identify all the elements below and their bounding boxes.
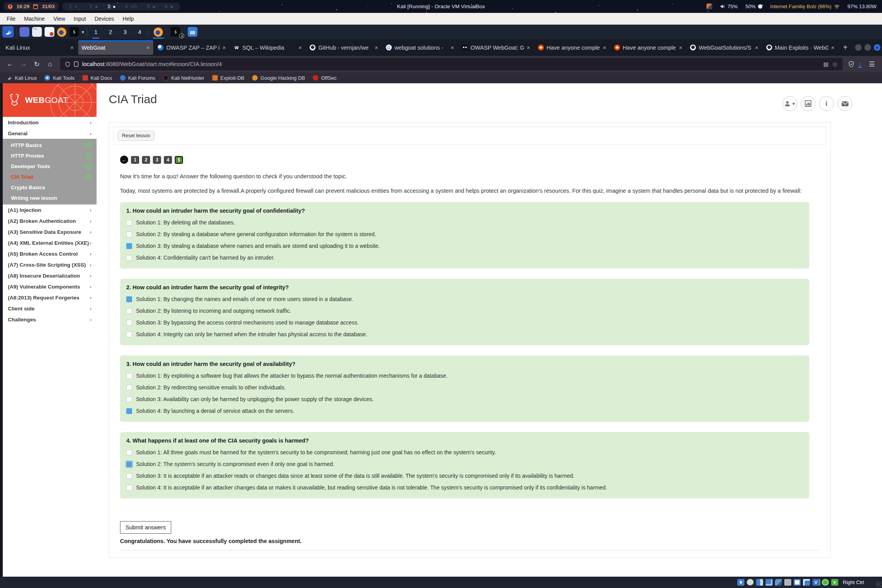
hard-disk-icon[interactable] — [737, 579, 744, 586]
host-workspace-6[interactable]: 6: ● — [165, 4, 173, 9]
page-button-4[interactable]: 4 — [164, 156, 172, 164]
tab-reddit-1[interactable]: Have anyone comple× — [534, 40, 610, 55]
solution-label[interactable]: Solution 2: By listening to incoming and… — [136, 308, 291, 314]
sidebar-item-a8-deserialization[interactable]: (A8) Insecure Deserialization› — [3, 270, 97, 281]
tab-main-exploits[interactable]: Main Exploits · WebG× — [763, 40, 838, 55]
solution-label[interactable]: Solution 2: By redirecting sensitive ema… — [136, 384, 286, 391]
tab-close-icon[interactable]: × — [451, 44, 454, 51]
sidebar-item-cia-triad[interactable]: CIA Triad✓ — [3, 172, 97, 182]
vm-workspace-4[interactable]: 4 — [134, 25, 145, 39]
app-editor-icon[interactable] — [45, 27, 54, 37]
page-button-1[interactable]: 1 — [131, 156, 139, 164]
solution-label[interactable]: Solution 1: By exploiting a software bug… — [136, 373, 448, 379]
sidebar-item-developer-tools[interactable]: Developer Tools✓ — [3, 161, 97, 172]
bookmark-offsec[interactable]: OffSec — [309, 74, 340, 82]
sidebar-item-crypto-basics[interactable]: Crypto Basics — [3, 182, 97, 193]
tab-owasp-webgoat[interactable]: OWASP WebGoat: G× — [458, 40, 534, 55]
page-button-2[interactable]: 2 — [142, 156, 150, 164]
solution-label[interactable]: Solution 3: Availability can only be har… — [136, 396, 374, 402]
recording-icon[interactable] — [803, 579, 810, 586]
network-adapter-icon[interactable] — [765, 579, 773, 586]
shield-permissions-icon[interactable] — [65, 61, 70, 67]
taskbar-firefox[interactable] — [151, 25, 165, 39]
reader-mode-icon[interactable]: ▤ — [823, 61, 828, 67]
solution-label[interactable]: Solution 2: By stealing a database where… — [136, 231, 376, 237]
page-button-3[interactable]: 3 — [153, 156, 161, 164]
new-tab-button[interactable]: + — [838, 43, 852, 52]
resize-grip[interactable] — [876, 582, 881, 587]
app-files-icon[interactable] — [32, 27, 42, 37]
tab-close-icon[interactable]: × — [679, 44, 682, 51]
menu-view[interactable]: View — [49, 14, 69, 23]
tab-close-icon[interactable]: × — [70, 44, 74, 51]
solution-label[interactable]: Solution 3: By stealing a database where… — [136, 243, 380, 249]
host-workspace-5[interactable]: 5: ● — [147, 4, 155, 9]
solution-label[interactable]: Solution 1: By changing the names and em… — [136, 296, 353, 302]
host-workspace-1[interactable]: 1: >_ — [69, 4, 80, 9]
clock-widget[interactable]: 16:29 31/03 — [4, 2, 59, 11]
taskbar-terminal[interactable]: $ 3 — [168, 25, 183, 39]
host-workspaces[interactable]: 1: >_ 2: ● 3: ● 4: </> 5: ● 6: ● — [63, 3, 180, 11]
sidebar-item-challenges[interactable]: Challenges› — [3, 314, 97, 325]
bookmark-star-icon[interactable]: ☆ — [832, 61, 837, 68]
solution-checkbox[interactable] — [126, 461, 132, 467]
solution-label[interactable]: Solution 3: It is acceptable if an attac… — [136, 473, 574, 479]
about-button[interactable]: i — [819, 96, 834, 111]
solution-checkbox[interactable] — [126, 396, 132, 402]
sidebar-item-a82013-request-forgeries[interactable]: (A8:2013) Request Forgeries› — [3, 292, 97, 303]
bookmark-kali-docs[interactable]: Kali Docs — [79, 74, 116, 82]
ublock-shield-icon[interactable] — [848, 61, 855, 68]
tab-close-icon[interactable]: × — [146, 44, 150, 51]
host-workspace-4[interactable]: 4: </> — [125, 4, 138, 9]
submit-answers-button[interactable]: Submit answers — [120, 521, 171, 534]
solution-checkbox[interactable] — [126, 485, 132, 491]
menu-file[interactable]: File — [2, 14, 20, 23]
sidebar-item-a1-injection[interactable]: (A1) Injection› — [3, 204, 97, 215]
power-indicator[interactable]: 97% 13.80W — [848, 4, 877, 9]
solution-label[interactable]: Solution 2: The system's security is com… — [136, 461, 334, 467]
tab-owasp-zap[interactable]: OWASP ZAP – ZAP i× — [154, 40, 229, 55]
solution-label[interactable]: Solution 3: By bypassing the access cont… — [136, 319, 359, 326]
solution-checkbox[interactable] — [126, 473, 132, 479]
tab-close-icon[interactable]: × — [755, 44, 758, 51]
tab-close-icon[interactable]: × — [527, 44, 530, 51]
sidebar-item-a5-broken-access[interactable]: (A5) Broken Access Control› — [3, 248, 97, 259]
audio-icon[interactable] — [756, 579, 763, 586]
tab-close-icon[interactable]: × — [375, 44, 378, 51]
vm-workspace-1[interactable]: 1 — [90, 25, 102, 39]
vm-workspace-3[interactable]: 3 — [119, 25, 131, 39]
solution-checkbox[interactable] — [126, 385, 132, 391]
bookmark-kali-nethunter[interactable]: Kali NetHunter — [160, 74, 208, 82]
vm-workspace-2[interactable]: 2 — [104, 25, 116, 39]
app-menu-button[interactable]: ☰ — [866, 58, 878, 70]
solution-checkbox[interactable] — [126, 373, 132, 379]
display-icon[interactable] — [794, 579, 801, 586]
solution-label[interactable]: Solution 4: Confidentiality can't be har… — [136, 255, 274, 261]
tab-reddit-2[interactable]: Have anyone comple× — [611, 40, 686, 55]
solution-checkbox[interactable] — [126, 220, 132, 226]
solution-checkbox[interactable] — [126, 243, 132, 249]
usb-icon[interactable] — [775, 579, 782, 586]
forward-button[interactable]: → — [17, 58, 30, 70]
tab-webgoatsolutions[interactable]: WebGoatSolutions/S× — [687, 40, 762, 55]
solution-label[interactable]: Solution 1: By deleting all the database… — [136, 219, 235, 226]
sidebar-item-introduction[interactable]: Introduction› — [3, 117, 97, 128]
app-display-icon[interactable] — [20, 27, 29, 37]
shared-folders-icon[interactable] — [784, 579, 791, 586]
bookmark-kali-forums[interactable]: Kali Forums — [117, 74, 159, 82]
account-button[interactable]: ▼ — [782, 96, 797, 111]
previous-page-button[interactable]: ← — [120, 156, 128, 164]
tab-github-vernjan[interactable]: GitHub - vernjan/we× — [306, 40, 382, 55]
contact-button[interactable] — [837, 96, 852, 111]
solution-checkbox[interactable] — [126, 308, 132, 314]
host-workspace-2[interactable]: 2: ● — [90, 4, 98, 9]
page-button-5-current[interactable]: 5 — [175, 156, 183, 164]
solution-label[interactable]: Solution 4: By launching a denial of ser… — [136, 408, 294, 414]
menu-input[interactable]: Input — [70, 14, 90, 23]
sidebar-item-general[interactable]: General› — [3, 128, 97, 139]
solution-label[interactable]: Solution 4: It is acceptable if an attac… — [136, 484, 607, 491]
page-info-icon[interactable] — [74, 61, 79, 67]
kali-menu-button[interactable] — [2, 26, 14, 38]
sidebar-item-a2-broken-authentication[interactable]: (A2) Broken Authentication› — [3, 215, 97, 226]
sidebar-item-writing-new-lesson[interactable]: Writing new lesson — [3, 193, 97, 203]
